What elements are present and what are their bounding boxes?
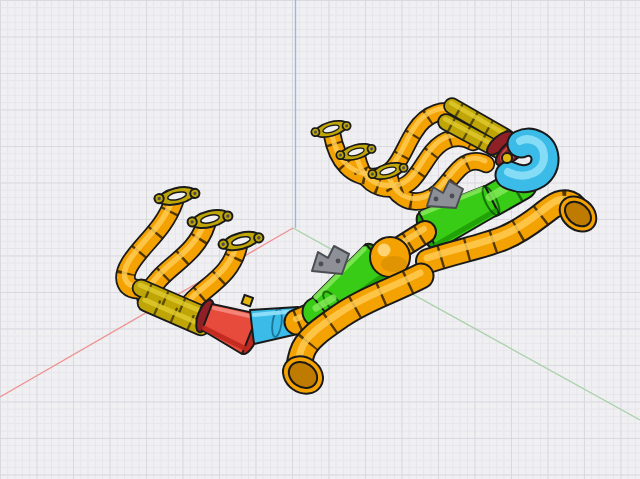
left-tailpipe-mouth [276, 349, 330, 402]
reducer-bolt [242, 295, 254, 307]
rear-inlet-elbow[interactable] [502, 139, 545, 178]
elbow-bolt [502, 153, 512, 163]
front-hanger-bracket[interactable] [312, 246, 349, 274]
front-flange-1[interactable] [153, 183, 201, 209]
viewport-canvas[interactable] [0, 0, 640, 479]
scene-3d [0, 0, 640, 479]
